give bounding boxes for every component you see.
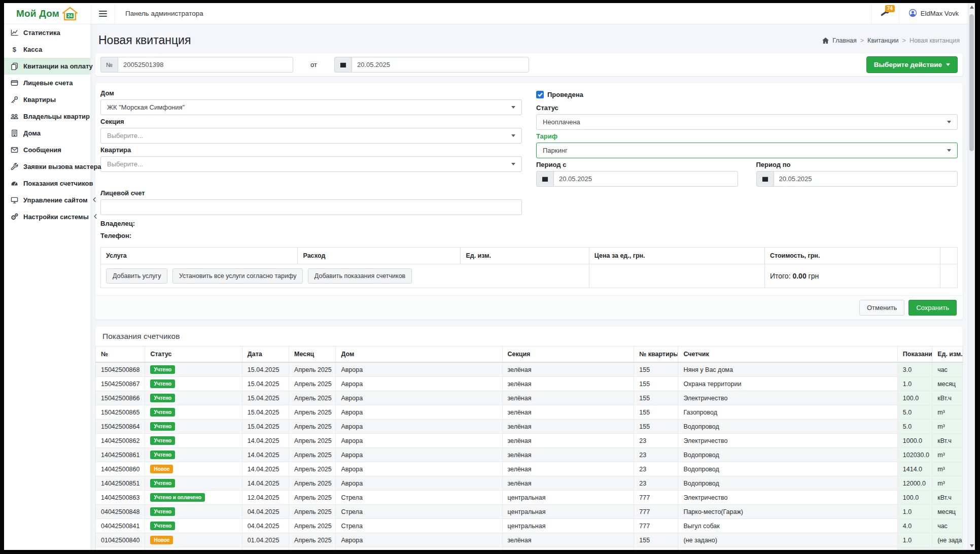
period-to-input[interactable] — [774, 171, 958, 187]
meter-unit: кВт.ч — [932, 491, 963, 505]
meter-date: 31.03.2025 — [242, 547, 289, 550]
scroll-up-arrow-icon[interactable] — [970, 6, 974, 9]
sidebar-item-label: Касса — [23, 46, 42, 53]
meter-section: зелёная — [502, 434, 634, 448]
dollar-icon: $ — [11, 46, 18, 53]
meter-section: зелёная — [502, 533, 634, 547]
add-service-button[interactable]: Добавить услугу — [106, 268, 167, 284]
meter-unit: месяц — [932, 547, 963, 550]
sidebar-menu: Статистика$КассаКвитанции на оплатуЛицев… — [4, 24, 90, 225]
meter-date: 15.04.2025 — [242, 405, 289, 420]
breadcrumb-item[interactable]: Главная — [832, 37, 857, 44]
period-from-input[interactable] — [553, 171, 738, 187]
sidebar-item-chart-line[interactable]: Статистика — [4, 24, 90, 41]
meter-readings-table: №СтатусДатаМесяцДомСекция№ квартирыСчетч… — [95, 346, 963, 550]
conducted-checkbox-row[interactable]: Проведена — [536, 89, 958, 99]
meter-row[interactable]: 15042500864Учтено15.04.2025Апрель 2025Ав… — [96, 420, 963, 434]
meter-row[interactable]: 04042500841Учтено04.04.2025Апрель 2025Ст… — [96, 519, 963, 533]
meter-readings-title: Показания счетчиков — [95, 327, 963, 346]
breadcrumb-item[interactable]: Квитанции — [867, 37, 898, 44]
sidebar-item-gears[interactable]: Настройки системы — [4, 209, 90, 225]
account-input[interactable] — [100, 199, 522, 215]
sidebar-item-label: Статистика — [23, 29, 60, 37]
meter-date: 14.04.2025 — [242, 476, 289, 491]
meter-value: 102030.0 — [897, 448, 932, 462]
status-badge: Новое — [145, 533, 242, 547]
period-from-group — [536, 171, 738, 187]
number-prefix: № — [100, 57, 118, 73]
sidebar-item-key[interactable]: Квартиры — [4, 91, 90, 108]
meter-value: 12000.0 — [897, 476, 932, 491]
master-requests-button[interactable]: 74 — [871, 3, 899, 24]
caret-down-icon — [511, 106, 515, 109]
meter-row[interactable]: 14042500861Учтено14.04.2025Апрель 2025Ав… — [96, 448, 963, 462]
meter-row[interactable]: 01042500840Новое01.04.2025Апрель 2025Авр… — [96, 533, 963, 547]
sidebar-item-tachometer[interactable]: Показания счетчиков — [4, 175, 90, 192]
meter-house: Аврора — [336, 476, 502, 491]
meter-row[interactable]: 15042500867Учтено15.04.2025Апрель 2025Ав… — [96, 377, 963, 391]
scroll-down-arrow-icon[interactable] — [970, 544, 974, 547]
meter-row[interactable]: 14042500862Учтено14.04.2025Апрель 2025Ав… — [96, 434, 963, 448]
meter-row[interactable]: 14042500860Новое14.04.2025Апрель 2025Авр… — [96, 462, 963, 476]
meter-date: 14.04.2025 — [242, 434, 289, 448]
house-select[interactable]: ЖК "Морская Симфония" — [100, 99, 522, 115]
meter-row[interactable]: 04042500848Учтено04.04.2025Апрель 2025Ст… — [96, 505, 963, 519]
meter-row[interactable]: 15042500868Учтено15.04.2025Апрель 2025Ав… — [96, 362, 963, 377]
window-scrollbar[interactable] — [968, 3, 975, 550]
meter-value: 1414.0 — [897, 462, 932, 476]
receipt-number-input[interactable] — [118, 57, 293, 73]
sidebar-item-desktop[interactable]: Управление сайтом — [4, 192, 90, 209]
apartment-label: Квартира — [100, 146, 522, 154]
meter-id: 01042500840 — [96, 533, 145, 547]
sidebar-item-building[interactable]: Дома — [4, 125, 90, 142]
receipt-toolbar-card: № от Выберите действие — [95, 53, 963, 76]
meter-row[interactable]: 14042500851Учтено14.04.2025Апрель 2025Ав… — [96, 476, 963, 491]
apartment-select[interactable]: Выберите... — [100, 156, 522, 172]
sidebar-item-wrench[interactable]: Заявки вызова мастера — [4, 158, 90, 175]
meters-column-header: Показания — [897, 347, 932, 363]
meter-section: зелёная — [502, 462, 634, 476]
meter-month: Апрель 2025 — [289, 462, 336, 476]
meter-row[interactable]: 14042500863Учтено и оплачено12.04.2025Ап… — [96, 491, 963, 505]
sidebar-item-credit-card[interactable]: Лицевые счета — [4, 75, 90, 91]
choose-action-button[interactable]: Выберите действие — [866, 56, 958, 73]
sidebar-item-users[interactable]: Владельцы квартир — [4, 108, 90, 125]
meter-section: зелёная — [502, 391, 634, 405]
meter-apartment: 23 — [634, 462, 678, 476]
add-meter-readings-button[interactable]: Добавить показания счетчиков — [308, 268, 412, 284]
meter-house: Аврора — [336, 547, 502, 550]
meter-house: Аврора — [336, 462, 502, 476]
meters-column-header: № — [96, 347, 145, 363]
section-select[interactable]: Выберите... — [100, 128, 522, 144]
sidebar-toggle-button[interactable] — [90, 3, 115, 24]
status-select[interactable]: Неоплачена — [536, 114, 958, 130]
sidebar-item-envelope[interactable]: Сообщения — [4, 142, 90, 158]
top-navbar: Панель администратора 74 EldMax Vovk — [90, 3, 968, 24]
receipt-date-input[interactable] — [352, 57, 529, 73]
meter-house: Аврора — [336, 362, 502, 377]
sidebar-item-dollar[interactable]: $Касса — [4, 41, 90, 58]
cancel-button[interactable]: Отменить — [859, 300, 904, 316]
calendar-icon — [334, 57, 352, 73]
meter-row[interactable]: 31032500839Новое31.03.2025Март 2025Аврор… — [96, 547, 963, 550]
meter-unit: (не задано) — [932, 533, 963, 547]
user-menu[interactable]: EldMax Vovk — [899, 3, 968, 24]
meter-house: Аврора — [336, 391, 502, 405]
checked-checkbox-icon[interactable] — [536, 91, 544, 98]
scrollbar-thumb[interactable] — [969, 14, 974, 151]
set-tariff-services-button[interactable]: Установить все услуги согласно тарифу — [172, 268, 303, 284]
sidebar-item-label: Управление сайтом — [23, 196, 88, 204]
status-badge: Новое — [145, 462, 242, 476]
status-badge: Учтено — [145, 377, 242, 391]
save-button[interactable]: Сохранить — [908, 300, 957, 316]
brand-logo[interactable]: Мой Дом 24 — [4, 3, 90, 24]
meter-date: 04.04.2025 — [242, 519, 289, 533]
meter-row[interactable]: 15042500866Учтено15.04.2025Апрель 2025Ав… — [96, 391, 963, 405]
tariff-select[interactable]: Паркинг — [536, 143, 958, 158]
meter-apartment: 23 — [634, 476, 678, 491]
meter-id: 14042500863 — [96, 491, 145, 505]
meter-row[interactable]: 15042500865Учтено15.04.2025Апрель 2025Ав… — [96, 405, 963, 420]
sidebar-item-copy[interactable]: Квитанции на оплату — [4, 58, 90, 75]
meters-column-header: Ед. изм. — [932, 347, 963, 363]
sidebar-item-label: Квартиры — [23, 96, 56, 103]
